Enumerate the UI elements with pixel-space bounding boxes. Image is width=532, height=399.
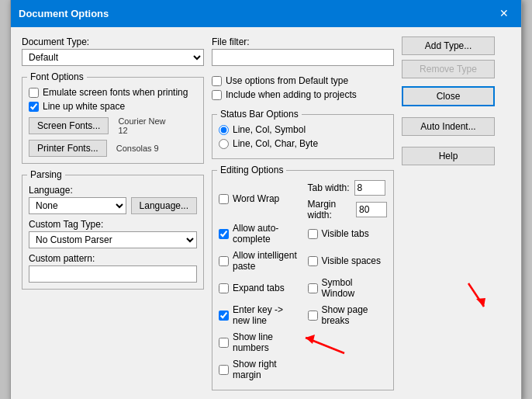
visible-spaces-label: Visible spaces bbox=[322, 255, 382, 266]
tab-width-input[interactable] bbox=[354, 180, 385, 196]
editing-legend: Editing Options bbox=[217, 165, 286, 175]
include-projects-label: Include when adding to projects bbox=[226, 89, 357, 100]
emulate-screen-row: Emulate screen fonts when printing bbox=[29, 87, 197, 98]
middle-column: File filter: Use options from Default ty… bbox=[212, 36, 394, 390]
show-page-breaks-label: Show page breaks bbox=[322, 304, 388, 326]
tab-width-row: Tab width: bbox=[308, 180, 388, 196]
enter-new-line-label: Enter key -> new line bbox=[233, 304, 299, 326]
margin-width-label: Margin width: bbox=[308, 199, 352, 220]
auto-complete-row: Allow auto-complete bbox=[219, 223, 299, 245]
show-right-margin-label: Show right margin bbox=[233, 359, 299, 380]
expand-tabs-row: Expand tabs bbox=[219, 277, 299, 299]
status-bar-group: Status Bar Options Line, Col, Symbol Lin… bbox=[212, 114, 394, 159]
title-bar: Document Options ✕ bbox=[11, 0, 521, 27]
language-button[interactable]: Language... bbox=[131, 197, 197, 214]
margin-width-input[interactable] bbox=[356, 202, 387, 217]
add-type-button[interactable]: Add Type... bbox=[402, 36, 495, 55]
custom-pattern-row bbox=[29, 265, 197, 283]
line-up-label: Line up white space bbox=[43, 101, 125, 112]
screen-fonts-button[interactable]: Screen Fonts... bbox=[29, 117, 109, 134]
file-filter-label: File filter: bbox=[212, 36, 394, 47]
visible-tabs-label: Visible tabs bbox=[322, 228, 369, 239]
show-line-numbers-row: Show line numbers bbox=[219, 331, 299, 353]
left-column: Document Type: Default Font Options Emul… bbox=[22, 36, 204, 390]
use-default-row: Use options from Default type bbox=[212, 75, 394, 86]
remove-type-button[interactable]: Remove Type bbox=[402, 60, 495, 78]
word-wrap-checkbox[interactable] bbox=[219, 194, 229, 204]
show-line-numbers-checkbox[interactable] bbox=[219, 338, 229, 348]
document-type-section: Document Type: Default bbox=[22, 36, 204, 66]
close-x-button[interactable]: ✕ bbox=[495, 4, 513, 23]
word-wrap-row: Word Wrap bbox=[219, 180, 299, 217]
show-right-margin-checkbox[interactable] bbox=[219, 365, 229, 375]
status-bar-legend: Status Bar Options bbox=[217, 109, 302, 120]
intelligent-paste-row: Allow intelligent paste bbox=[219, 250, 299, 272]
expand-tabs-checkbox[interactable] bbox=[219, 283, 229, 293]
parsing-group: Parsing Language: None Language... Custo… bbox=[22, 175, 204, 290]
word-wrap-label: Word Wrap bbox=[233, 193, 279, 204]
include-projects-checkbox[interactable] bbox=[212, 90, 222, 100]
visible-tabs-checkbox[interactable] bbox=[308, 229, 318, 239]
custom-tag-label: Custom Tag Type: bbox=[29, 219, 197, 230]
screen-fonts-row: Screen Fonts... Courier New12 bbox=[29, 116, 197, 135]
custom-pattern-input[interactable] bbox=[29, 265, 197, 283]
close-button[interactable]: Close bbox=[402, 86, 495, 106]
document-type-select[interactable]: Default bbox=[22, 49, 204, 66]
tab-margin-section: Tab width: Margin width: bbox=[308, 180, 388, 220]
file-filter-section: File filter: bbox=[212, 36, 394, 66]
editing-options-group: Editing Options Word Wrap Tab width: bbox=[212, 170, 394, 390]
tab-width-label: Tab width: bbox=[308, 182, 350, 193]
document-type-label: Document Type: bbox=[22, 36, 204, 47]
parsing-legend: Parsing bbox=[27, 169, 65, 180]
emulate-screen-label: Emulate screen fonts when printing bbox=[43, 87, 188, 98]
show-line-numbers-label: Show line numbers bbox=[233, 331, 299, 353]
status-option2-radio[interactable] bbox=[219, 139, 229, 149]
use-default-label: Use options from Default type bbox=[226, 75, 348, 86]
status-option1-row: Line, Col, Symbol bbox=[219, 124, 387, 135]
status-option1-label: Line, Col, Symbol bbox=[233, 124, 306, 135]
auto-indent-button[interactable]: Auto Indent... bbox=[402, 117, 495, 136]
show-page-breaks-checkbox[interactable] bbox=[308, 311, 318, 321]
printer-fonts-row: Printer Fonts... Consolas 9 bbox=[29, 140, 197, 157]
printer-font-info: Consolas 9 bbox=[116, 144, 159, 153]
language-select[interactable]: None bbox=[29, 197, 126, 214]
show-right-margin-row: Show right margin bbox=[219, 359, 299, 380]
help-button[interactable]: Help bbox=[402, 147, 495, 165]
visible-spaces-row: Visible spaces bbox=[308, 250, 388, 272]
intelligent-paste-label: Allow intelligent paste bbox=[233, 250, 299, 272]
use-options-section: Use options from Default type Include wh… bbox=[212, 75, 394, 103]
custom-tag-row: No Custom Parser bbox=[29, 231, 197, 248]
status-option1-radio[interactable] bbox=[219, 125, 229, 135]
margin-width-row: Margin width: bbox=[308, 199, 388, 220]
show-page-breaks-row: Show page breaks bbox=[308, 304, 388, 326]
language-label: Language: bbox=[29, 185, 197, 196]
document-options-dialog: Document Options ✕ Document Type: Defaul… bbox=[10, 0, 522, 399]
symbol-window-checkbox[interactable] bbox=[308, 283, 318, 293]
right-button-column: Add Type... Remove Type Close Auto Inden… bbox=[402, 36, 510, 390]
symbol-window-row: Symbol Window bbox=[308, 277, 388, 299]
intelligent-paste-checkbox[interactable] bbox=[219, 256, 229, 266]
use-default-checkbox[interactable] bbox=[212, 76, 222, 86]
font-options-group: Font Options Emulate screen fonts when p… bbox=[22, 77, 204, 164]
enter-new-line-checkbox[interactable] bbox=[219, 311, 229, 321]
custom-tag-select[interactable]: No Custom Parser bbox=[29, 231, 197, 248]
language-row: None Language... bbox=[29, 197, 197, 214]
status-option2-row: Line, Col, Char, Byte bbox=[219, 138, 387, 149]
screen-font-info: Courier New12 bbox=[118, 116, 165, 135]
custom-pattern-label: Custom pattern: bbox=[29, 253, 197, 264]
line-up-checkbox[interactable] bbox=[29, 102, 39, 112]
file-filter-input[interactable] bbox=[212, 49, 394, 66]
printer-fonts-button[interactable]: Printer Fonts... bbox=[29, 140, 107, 157]
font-options-legend: Font Options bbox=[27, 71, 87, 82]
auto-complete-label: Allow auto-complete bbox=[233, 223, 299, 245]
visible-tabs-row: Visible tabs bbox=[308, 223, 388, 245]
symbol-window-label: Symbol Window bbox=[322, 277, 388, 299]
auto-complete-checkbox[interactable] bbox=[219, 229, 229, 239]
emulate-screen-checkbox[interactable] bbox=[29, 88, 39, 98]
status-option2-label: Line, Col, Char, Byte bbox=[233, 138, 318, 149]
visible-spaces-checkbox[interactable] bbox=[308, 256, 318, 266]
enter-new-line-row: Enter key -> new line bbox=[219, 304, 299, 326]
expand-tabs-label: Expand tabs bbox=[233, 283, 285, 293]
dialog-title: Document Options bbox=[19, 8, 109, 19]
include-projects-row: Include when adding to projects bbox=[212, 89, 394, 100]
